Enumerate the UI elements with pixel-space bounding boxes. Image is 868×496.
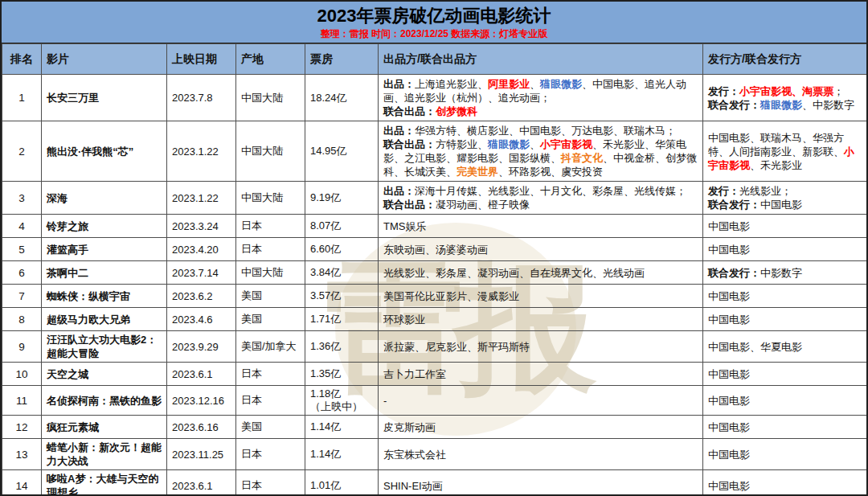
region-cell: 日本 — [236, 238, 305, 261]
boxoffice-cell: 1.01亿 — [305, 470, 379, 496]
film-title-cell: 疯狂元素城 — [42, 416, 167, 439]
header-row: 排名 影片 上映日期 产地 票房 出品方/联合出品方 发行方/联合发行方 — [2, 44, 868, 75]
col-header-boxoffice: 票房 — [305, 44, 379, 75]
boxoffice-cell: 6.60亿 — [305, 238, 379, 261]
film-title-cell: 天空之城 — [42, 363, 167, 386]
boxoffice-cell: 18.24亿 — [305, 75, 379, 121]
release-date-cell: 2023.11.25 — [167, 439, 236, 470]
boxoffice-cell: 1.71亿 — [305, 308, 379, 331]
col-header-rank: 排名 — [2, 44, 42, 75]
rank-cell: 3 — [2, 182, 42, 215]
distributors-cell: 发行：小宇宙影视、淘票票； 联合发行：猫眼微影、中影数字 — [703, 75, 868, 121]
table-row: 12 疯狂元素城 2023.6.16 美国 1.14亿 皮克斯动画 中国电影 — [2, 416, 868, 439]
table-row: 7 蜘蛛侠：纵横宇宙 2023.6.2 美国 3.57亿 美国哥伦比亚影片、漫威… — [2, 285, 868, 308]
table-row: 2 熊出没·伴我熊“芯” 2023.1.22 中国大陆 14.95亿 出品：华强… — [2, 121, 868, 182]
producers-cell: 东宝株式会社 — [379, 439, 703, 470]
region-cell: 美国 — [236, 308, 305, 331]
rank-cell: 10 — [2, 363, 42, 386]
rank-cell: 5 — [2, 238, 42, 261]
release-date-cell: 2023.1.22 — [167, 182, 236, 215]
boxoffice-cell: 3.57亿 — [305, 285, 379, 308]
film-title-cell: 汪汪队立大功大电影2：超能大冒险 — [42, 331, 167, 363]
distributors-cell: 中国电影 — [703, 238, 868, 261]
rank-cell: 4 — [2, 215, 42, 238]
page-subtitle: 整理：雷报 时间：2023/12/25 数据来源：灯塔专业版 — [2, 27, 866, 40]
table-row: 13 蜡笔小新：新次元！超能力大决战 2023.11.25 日本 1.14亿 东… — [2, 439, 868, 470]
region-cell: 美国/加拿大 — [236, 331, 305, 363]
film-title-cell: 超级马力欧大兄弟 — [42, 308, 167, 331]
distributors-cell: 中国电影 — [703, 363, 868, 386]
distributors-cell: 中国电影 — [703, 215, 868, 238]
film-title-cell: 蜡笔小新：新次元！超能力大决战 — [42, 439, 167, 470]
movies-table: 排名 影片 上映日期 产地 票房 出品方/联合出品方 发行方/联合发行方 1 长… — [2, 43, 868, 496]
region-cell: 中国大陆 — [236, 75, 305, 121]
region-cell: 日本 — [236, 439, 305, 470]
spreadsheet-page: 雷报 2023年票房破亿动画电影统计 整理：雷报 时间：2023/12/25 数… — [0, 0, 868, 496]
region-cell: 美国 — [236, 285, 305, 308]
release-date-cell: 2023.7.14 — [167, 261, 236, 285]
rank-cell: 8 — [2, 308, 42, 331]
col-header-region: 产地 — [236, 44, 305, 75]
boxoffice-cell: 14.95亿 — [305, 121, 379, 182]
col-header-release-date: 上映日期 — [167, 44, 236, 75]
producers-cell: SHIN-EI动画 — [379, 470, 703, 496]
table-row: 9 汪汪队立大功大电影2：超能大冒险 2023.9.29 美国/加拿大 1.36… — [2, 331, 868, 363]
release-date-cell: 2023.9.29 — [167, 331, 236, 363]
col-header-distributors: 发行方/联合发行方 — [703, 44, 868, 75]
table-row: 3 深海 2023.1.22 中国大陆 9.19亿 出品：深海十月传媒、光线影业… — [2, 182, 868, 215]
region-cell: 日本 — [236, 470, 305, 496]
distributors-cell: 中国电影 — [703, 308, 868, 331]
rank-cell: 11 — [2, 386, 42, 416]
producers-cell: TMS娱乐 — [379, 215, 703, 238]
rank-cell: 13 — [2, 439, 42, 470]
region-cell: 中国大陆 — [236, 121, 305, 182]
region-cell: 中国大陆 — [236, 182, 305, 215]
release-date-cell: 2023.6.2 — [167, 285, 236, 308]
table-row: 14 哆啦A梦：大雄与天空的理想乡 2023.6.1 日本 1.01亿 SHIN… — [2, 470, 868, 496]
distributors-cell: 中国电影 — [703, 439, 868, 470]
rank-cell: 6 — [2, 261, 42, 285]
col-header-producers: 出品方/联合出品方 — [379, 44, 703, 75]
producers-cell: 环球影业 — [379, 308, 703, 331]
producers-cell: 出品：上海追光影业、阿里影业、猫眼微影、中国电影、追光人动画、追光影业（杭州）、… — [379, 75, 703, 121]
distributors-cell: 中国电影 — [703, 386, 868, 416]
producers-cell: 东映动画、汤婆婆动画 — [379, 238, 703, 261]
rank-cell: 14 — [2, 470, 42, 496]
region-cell: 日本 — [236, 386, 305, 416]
film-title-cell: 蜘蛛侠：纵横宇宙 — [42, 285, 167, 308]
release-date-cell: 2023.4.6 — [167, 308, 236, 331]
release-date-cell: 2023.6.1 — [167, 470, 236, 496]
table-row: 6 茶啊中二 2023.7.14 中国大陆 3.84亿 光线影业、彩条屋、凝羽动… — [2, 261, 868, 285]
boxoffice-cell: 1.18亿 （上映中） — [305, 386, 379, 416]
release-date-cell: 2023.7.8 — [167, 75, 236, 121]
table-row: 10 天空之城 2023.6.1 日本 1.35亿 吉卜力工作室 中国电影 — [2, 363, 868, 386]
title-band: 2023年票房破亿动画电影统计 整理：雷报 时间：2023/12/25 数据来源… — [2, 2, 866, 43]
boxoffice-cell: 3.84亿 — [305, 261, 379, 285]
film-title-cell: 长安三万里 — [42, 75, 167, 121]
rank-cell: 2 — [2, 121, 42, 182]
distributors-cell: 中国电影、联瑞木马、华强方特、人间指南影业、新影联、小宇宙影视、禾光影业 — [703, 121, 868, 182]
table-row: 8 超级马力欧大兄弟 2023.4.6 美国 1.71亿 环球影业 中国电影 — [2, 308, 868, 331]
rank-cell: 7 — [2, 285, 42, 308]
table-body: 1 长安三万里 2023.7.8 中国大陆 18.24亿 出品：上海追光影业、阿… — [2, 75, 868, 496]
col-header-film: 影片 — [42, 44, 167, 75]
producers-cell: 皮克斯动画 — [379, 416, 703, 439]
film-title-cell: 名侦探柯南：黑铁的鱼影 — [42, 386, 167, 416]
table-row: 11 名侦探柯南：黑铁的鱼影 2023.12.16 日本 1.18亿 （上映中）… — [2, 386, 868, 416]
boxoffice-cell: 9.19亿 — [305, 182, 379, 215]
film-title-cell: 灌篮高手 — [42, 238, 167, 261]
release-date-cell: 2023.12.16 — [167, 386, 236, 416]
producers-cell: 出品：深海十月传媒、光线影业、十月文化、彩条屋、光线传媒； 联合出品：凝羽动画、… — [379, 182, 703, 215]
table-header: 排名 影片 上映日期 产地 票房 出品方/联合出品方 发行方/联合发行方 — [2, 44, 868, 75]
page-title: 2023年票房破亿动画电影统计 — [2, 5, 866, 27]
release-date-cell: 2023.6.16 — [167, 416, 236, 439]
distributors-cell: 中国电影 — [703, 470, 868, 496]
table-row: 1 长安三万里 2023.7.8 中国大陆 18.24亿 出品：上海追光影业、阿… — [2, 75, 868, 121]
producers-cell: 美国哥伦比亚影片、漫威影业 — [379, 285, 703, 308]
region-cell: 美国 — [236, 416, 305, 439]
distributors-cell: 发行：光线影业； 联合发行：中国电影 — [703, 182, 868, 215]
distributors-cell: 中国电影 — [703, 285, 868, 308]
boxoffice-cell: 1.14亿 — [305, 439, 379, 470]
producers-cell: 光线影业、彩条屋、凝羽动画、自在境界文化、光线动画 — [379, 261, 703, 285]
distributors-cell: 联合发行：中影数字 — [703, 261, 868, 285]
